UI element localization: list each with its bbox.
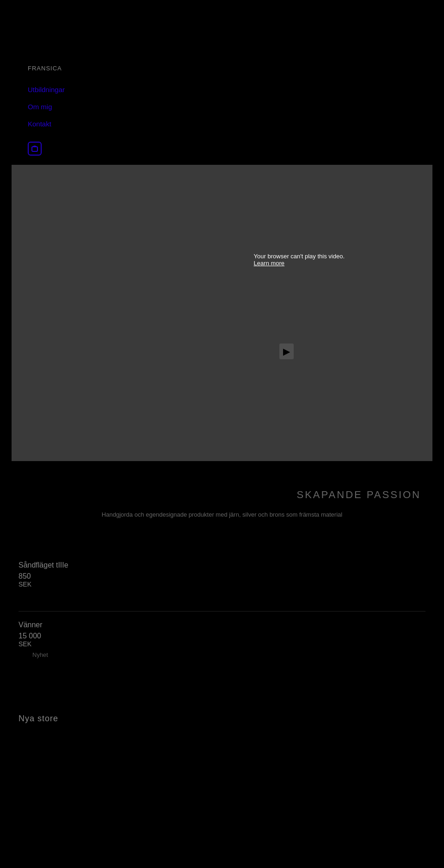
nyhet-badge: Nyhet [32, 651, 426, 658]
play-button[interactable]: ▶ [279, 343, 294, 359]
video-placeholder: Your browser can't play this video. Lear… [12, 165, 432, 461]
products-section: Såndfläget tIIIe 850 SEK Vänner 15 000 S… [0, 538, 444, 705]
cart-icon-wrapper[interactable] [28, 142, 444, 156]
brand-logo: FRANSICA [28, 65, 444, 72]
cart-svg [31, 145, 38, 152]
svg-rect-0 [32, 147, 37, 151]
hero-section: SKAPANDE PASSION Handgjorda och egendesi… [0, 461, 444, 538]
divider-1 [18, 611, 426, 612]
nav-link-om-mig[interactable]: Om mig [28, 103, 444, 111]
product-item-0: Såndfläget tIIIe 850 SEK [18, 561, 426, 588]
browser-message-text: Your browser can't play this video. [254, 253, 345, 260]
nav-links: Utbildningar Om mig Kontakt [28, 86, 444, 128]
nav-link-kontakt[interactable]: Kontakt [28, 120, 444, 128]
video-message: Your browser can't play this video. Lear… [254, 253, 345, 267]
product-name-1: Vänner [18, 621, 426, 629]
product-item-1: Vänner 15 000 SEK Nyhet [18, 621, 426, 658]
nav-link-utbildningar[interactable]: Utbildningar [28, 86, 444, 94]
store-section: Nya store [0, 705, 444, 747]
learn-more-link[interactable]: Learn more [254, 260, 284, 267]
hero-title: SKAPANDE PASSION [23, 489, 421, 501]
product-price-0: 850 [18, 572, 426, 581]
cart-icon[interactable] [28, 142, 42, 156]
product-name-0: Såndfläget tIIIe [18, 561, 426, 569]
nav-section: FRANSICA Utbildningar Om mig Kontakt [0, 0, 444, 165]
hero-subtitle: Handgjorda och egendesignade produkter m… [23, 510, 421, 519]
video-section: Your browser can't play this video. Lear… [12, 165, 432, 461]
store-title: Nya store [18, 714, 426, 724]
product-price-1: 15 000 [18, 632, 426, 640]
product-currency-0: SEK [18, 581, 426, 588]
product-currency-1: SEK [18, 640, 426, 648]
